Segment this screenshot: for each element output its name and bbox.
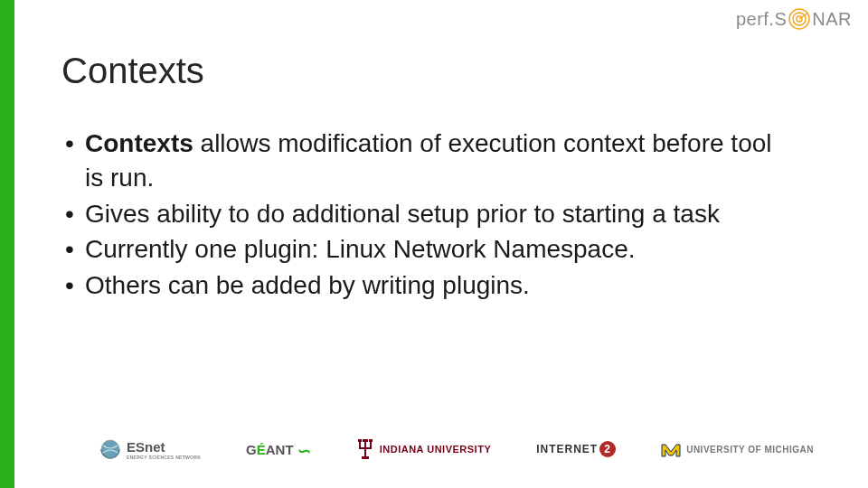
sonar-icon bbox=[788, 7, 811, 31]
svg-rect-6 bbox=[363, 439, 368, 442]
globe-icon bbox=[99, 438, 121, 460]
logo-suffix: NAR bbox=[812, 9, 852, 30]
bullet-item: • Others can be added by writing plugins… bbox=[61, 268, 785, 303]
bullet-item: • Gives ability to do additional setup p… bbox=[61, 197, 785, 231]
indiana-university-logo: INDIANA UNIVERSITY bbox=[356, 437, 492, 461]
geant-g: G bbox=[246, 442, 257, 457]
esnet-logo: ESnet ENERGY SCIENCES NETWORK bbox=[99, 438, 201, 460]
slide: perf . S NAR Contexts • Contexts allows … bbox=[0, 0, 868, 488]
bullet-text: Gives ability to do additional setup pri… bbox=[85, 200, 720, 228]
block-m-icon bbox=[661, 440, 681, 458]
bullet-item: • Contexts allows modification of execut… bbox=[61, 127, 785, 195]
umich-text: UNIVERSITY OF MICHIGAN bbox=[686, 445, 814, 455]
bullet-text: Currently one plugin: Linux Network Name… bbox=[85, 235, 636, 263]
esnet-name: ESnet bbox=[127, 439, 201, 455]
logo-s: S bbox=[774, 9, 787, 30]
slide-body: • Contexts allows modification of execut… bbox=[61, 127, 785, 305]
link-icon: ∽ bbox=[297, 442, 311, 460]
esnet-sub: ENERGY SCIENCES NETWORK bbox=[127, 455, 201, 460]
iu-text: INDIANA UNIVERSITY bbox=[380, 444, 492, 455]
geant-logo: GÉANT ∽ bbox=[246, 439, 311, 459]
logo-prefix: perf bbox=[736, 9, 769, 30]
geant-e: É bbox=[257, 442, 266, 457]
iu-trident-icon bbox=[356, 437, 374, 461]
svg-rect-12 bbox=[359, 447, 372, 449]
bullet-icon: • bbox=[65, 268, 74, 303]
internet2-text: INTERNET bbox=[536, 443, 598, 455]
svg-line-3 bbox=[799, 13, 808, 19]
bullet-item: • Currently one plugin: Linux Network Na… bbox=[61, 232, 785, 267]
bullet-icon: • bbox=[65, 197, 74, 231]
footer-logos: ESnet ENERGY SCIENCES NETWORK GÉANT ∽ IN… bbox=[99, 437, 814, 461]
svg-rect-7 bbox=[358, 439, 362, 442]
perfsonar-logo: perf . S NAR bbox=[736, 7, 852, 31]
bullet-bold: Contexts bbox=[85, 129, 193, 157]
bullet-icon: • bbox=[65, 232, 74, 267]
umich-logo: UNIVERSITY OF MICHIGAN bbox=[661, 440, 814, 458]
slide-title: Contexts bbox=[61, 51, 204, 91]
bullet-text: Others can be added by writing plugins. bbox=[85, 271, 530, 299]
esnet-text: ESnet ENERGY SCIENCES NETWORK bbox=[127, 439, 201, 460]
svg-rect-13 bbox=[362, 456, 369, 459]
bullet-icon: • bbox=[65, 127, 74, 161]
svg-rect-8 bbox=[369, 439, 373, 442]
geant-ant: ANT bbox=[266, 442, 294, 457]
internet2-num: 2 bbox=[599, 441, 616, 457]
internet2-logo: INTERNET 2 bbox=[536, 441, 616, 457]
accent-bar bbox=[0, 0, 14, 488]
